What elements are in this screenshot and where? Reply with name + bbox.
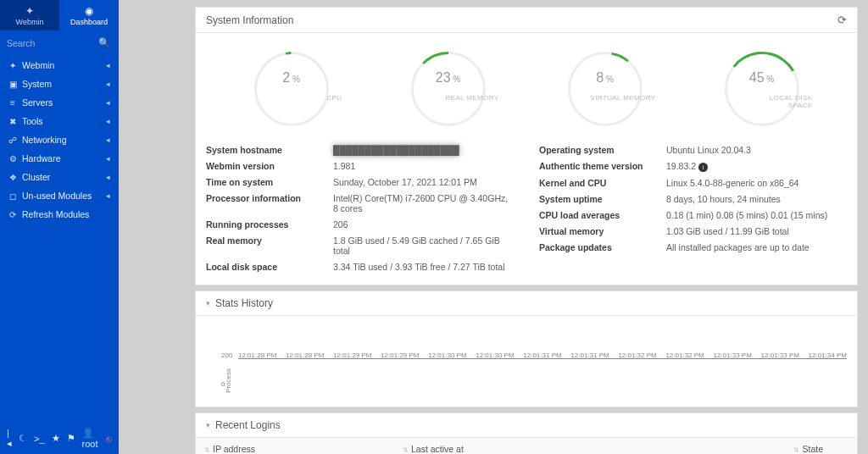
panel-sysinfo: System Information ⟳ 2 %CPU23 %REAL MEMO… xyxy=(195,7,858,285)
expand-icon: ◂ xyxy=(106,80,110,88)
sidebar: ✦Webmin ◉Dashboard 🔍 ✦Webmin◂▣System◂≡Se… xyxy=(0,0,119,454)
nav-label: Webmin xyxy=(22,60,101,70)
info-row: System hostname████████████████████ xyxy=(206,141,514,158)
info-row: Real memory1.8 GiB used / 5.49 GiB cache… xyxy=(206,232,514,258)
gauge-circle: 45 % xyxy=(725,52,799,126)
refresh-icon[interactable]: ⟳ xyxy=(837,14,847,26)
user-icon[interactable]: 👤 root xyxy=(82,428,99,449)
info-right: Operating systemUbuntu Linux 20.04.3Auth… xyxy=(539,141,847,274)
nav-label: Refresh Modules xyxy=(22,209,110,219)
stats-body: Process 200 0 12:01:28 PM12:01:28 PM12:0… xyxy=(196,316,857,407)
stats-chart: Process 200 0 12:01:28 PM12:01:28 PM12:0… xyxy=(223,352,847,398)
nav-label: Un-used Modules xyxy=(22,191,101,201)
bookmark-icon[interactable]: ⚑ xyxy=(67,433,75,444)
y-tick-min: 0 xyxy=(221,380,225,388)
logins-col[interactable]: ⇅Last active at xyxy=(394,438,659,454)
info-key: Virtual memory xyxy=(539,226,666,236)
info-key: CPU load averages xyxy=(539,210,666,220)
info-value: Linux 5.4.0-88-generic on x86_64 xyxy=(666,178,847,188)
search-icon[interactable]: 🔍 xyxy=(98,37,110,48)
logins-table: ⇅IP address⇅Last active at⇅State 10.218.… xyxy=(196,438,857,454)
gauge-circle: 2 % xyxy=(254,52,329,126)
nav-icon: ☍ xyxy=(8,136,17,145)
info-key: Kernel and CPU xyxy=(539,178,666,188)
expand-icon: ◂ xyxy=(106,117,110,125)
search-input[interactable] xyxy=(7,36,112,51)
star-icon[interactable]: ★ xyxy=(52,433,60,444)
info-value: 3.34 TiB used / 3.93 TiB free / 7.27 TiB… xyxy=(333,262,514,272)
info-badge-icon[interactable]: i xyxy=(698,163,708,172)
top-tabs: ✦Webmin ◉Dashboard xyxy=(0,0,119,30)
nav-item-networking[interactable]: ☍Networking◂ xyxy=(0,130,119,149)
info-row: System uptime8 days, 10 hours, 24 minute… xyxy=(539,191,847,207)
nav-item-tools[interactable]: ✖Tools◂ xyxy=(0,112,119,130)
bottom-bar: |◂ ☾ >_ ★ ⚑ 👤 root ⎋ xyxy=(0,423,119,454)
gauge-circle: 23 % xyxy=(411,52,486,126)
info-value[interactable]: Sunday, October 17, 2021 12:01 PM xyxy=(333,177,514,187)
info-value: 0.18 (1 min) 0.08 (5 mins) 0.01 (15 mins… xyxy=(666,210,847,220)
info-key: Time on system xyxy=(206,177,333,187)
expand-icon: ◂ xyxy=(106,136,110,144)
info-row: Time on systemSunday, October 17, 2021 1… xyxy=(206,174,514,190)
logins-header[interactable]: ▾Recent Logins xyxy=(196,413,857,438)
gauge-value: 2 % xyxy=(254,70,329,86)
nav-label: Cluster xyxy=(22,172,101,182)
dashboard-icon: ◉ xyxy=(85,5,93,17)
tab-dashboard[interactable]: ◉Dashboard xyxy=(59,0,119,30)
info-key: Running processes xyxy=(206,219,333,230)
expand-icon: ◂ xyxy=(106,98,110,107)
expand-icon: ◂ xyxy=(106,154,110,163)
info-row: Operating systemUbuntu Linux 20.04.3 xyxy=(539,141,847,158)
gauge-value: 23 % xyxy=(411,70,486,86)
nav-label: Tools xyxy=(22,116,101,126)
expand-icon: ◂ xyxy=(106,61,110,69)
info-row: Local disk space3.34 TiB used / 3.93 TiB… xyxy=(206,258,514,274)
nav: ✦Webmin◂▣System◂≡Servers◂✖Tools◂☍Network… xyxy=(0,56,119,423)
terminal-icon[interactable]: >_ xyxy=(34,434,45,444)
expand-icon: ◂ xyxy=(106,191,110,200)
info-value[interactable]: 206 xyxy=(333,219,514,230)
gauges: 2 %CPU23 %REAL MEMORY8 %VIRTUAL MEMORY45… xyxy=(196,33,857,136)
info-left: System hostname████████████████████Webmi… xyxy=(206,141,514,274)
nav-item-cluster[interactable]: ❖Cluster◂ xyxy=(0,168,119,186)
stats-header[interactable]: ▾Stats History xyxy=(196,291,857,316)
nav-item-servers[interactable]: ≡Servers◂ xyxy=(0,93,119,112)
info-value: ████████████████████ xyxy=(333,145,514,155)
nav-item-refresh-modules[interactable]: ⟳Refresh Modules xyxy=(0,205,119,224)
logins-col[interactable]: ⇅State xyxy=(659,438,857,454)
main: System Information ⟳ 2 %CPU23 %REAL MEMO… xyxy=(119,0,868,454)
nav-label: Hardware xyxy=(22,153,101,163)
nav-icon: ≡ xyxy=(8,98,17,108)
gauge-value: 45 % xyxy=(725,70,799,86)
night-icon[interactable]: ☾ xyxy=(19,433,27,444)
tab-dashboard-label: Dashboard xyxy=(70,18,108,26)
gauge-local-disk-space: 45 %LOCAL DISK SPACE xyxy=(711,52,813,126)
tab-webmin[interactable]: ✦Webmin xyxy=(0,0,59,30)
logins-head-row: ⇅IP address⇅Last active at⇅State xyxy=(196,438,857,454)
gauge-arc xyxy=(395,36,500,141)
info-key: Package updates xyxy=(539,242,666,252)
nav-item-un-used-modules[interactable]: ◻Un-used Modules◂ xyxy=(0,186,119,205)
logins-col[interactable]: ⇅IP address xyxy=(196,438,394,454)
nav-item-system[interactable]: ▣System◂ xyxy=(0,75,119,93)
collapse-icon[interactable]: |◂ xyxy=(7,428,12,449)
info-key: Webmin version xyxy=(206,161,333,171)
nav-label: Networking xyxy=(22,135,101,145)
y-axis-label: Process xyxy=(225,368,232,393)
logout-icon[interactable]: ⎋ xyxy=(106,434,112,444)
nav-label: System xyxy=(22,79,101,89)
sort-icon: ⇅ xyxy=(403,446,409,454)
info-value: 1.03 GiB used / 11.99 GiB total xyxy=(666,226,847,236)
info-key: Real memory xyxy=(206,235,333,256)
info-value[interactable]: All installed packages are up to date xyxy=(666,242,847,252)
gauge-arc xyxy=(709,36,815,141)
nav-item-webmin[interactable]: ✦Webmin◂ xyxy=(0,56,119,75)
nav-item-hardware[interactable]: ⚙Hardware◂ xyxy=(0,149,119,168)
info-value[interactable]: 8 days, 10 hours, 24 minutes xyxy=(666,194,847,204)
info-row: Running processes206 xyxy=(206,216,514,232)
gauge-label: VIRTUAL MEMORY xyxy=(588,94,656,102)
info-value: 19.83.2i xyxy=(666,161,847,172)
info-row: Kernel and CPULinux 5.4.0-88-generic on … xyxy=(539,174,847,191)
chevron-down-icon: ▾ xyxy=(206,421,210,429)
nav-label: Servers xyxy=(22,97,101,108)
